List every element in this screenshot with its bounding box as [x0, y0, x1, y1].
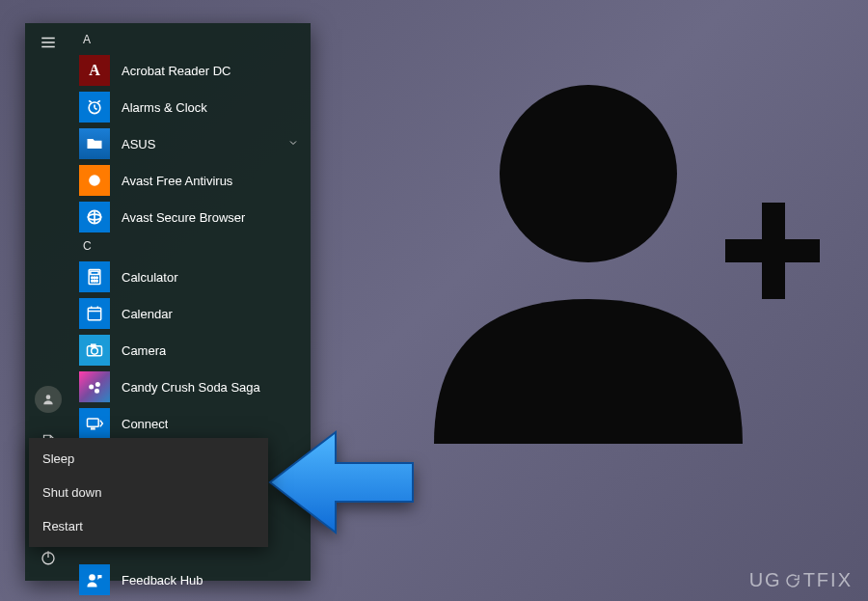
app-label: Connect — [122, 417, 168, 431]
annotation-arrow-icon — [258, 415, 422, 550]
svg-point-14 — [89, 175, 100, 186]
svg-point-38 — [89, 574, 95, 581]
calendar-icon — [79, 298, 110, 329]
acrobat-icon: A — [79, 55, 110, 86]
section-header-A[interactable]: A — [73, 29, 307, 52]
chevron-down-icon — [287, 135, 299, 152]
power-restart[interactable]: Restart — [29, 509, 268, 543]
app-item-alarms[interactable]: Alarms & Clock — [73, 89, 307, 125]
watermark-right: TFIX — [803, 569, 853, 591]
power-shutdown[interactable]: Shut down — [29, 476, 268, 509]
app-label: Alarms & Clock — [122, 100, 207, 115]
svg-rect-37 — [92, 428, 95, 429]
app-item-calendar[interactable]: Calendar — [73, 295, 307, 332]
watermark: UG TFIX — [749, 569, 853, 591]
candy-crush-icon — [79, 371, 110, 402]
svg-point-35 — [95, 389, 99, 394]
svg-point-34 — [95, 382, 100, 387]
svg-point-22 — [96, 277, 98, 279]
app-item-avast-browser[interactable]: Avast Secure Browser — [73, 199, 307, 235]
app-item-asus[interactable]: ASUS — [73, 125, 307, 162]
svg-point-23 — [92, 280, 94, 282]
svg-point-20 — [92, 277, 94, 279]
app-item-calculator[interactable]: Calculator — [73, 259, 307, 295]
svg-rect-26 — [88, 308, 100, 320]
power-icon[interactable] — [39, 548, 58, 567]
app-label: Calculator — [122, 270, 178, 285]
svg-point-24 — [94, 280, 95, 282]
svg-rect-36 — [88, 419, 99, 426]
add-user-illustration — [395, 58, 820, 463]
hamburger-icon[interactable] — [39, 33, 58, 52]
app-label: Feedback Hub — [122, 573, 203, 587]
watermark-refresh-icon — [783, 572, 802, 589]
asus-folder-icon — [79, 128, 110, 159]
avast-browser-icon — [79, 202, 110, 232]
app-item-acrobat[interactable]: A Acrobat Reader DC — [73, 52, 307, 89]
alarms-icon — [79, 92, 110, 123]
svg-line-11 — [95, 108, 97, 110]
svg-point-31 — [92, 348, 98, 355]
svg-point-21 — [94, 277, 95, 279]
svg-line-13 — [97, 100, 100, 102]
app-label: Avast Free Antivirus — [122, 174, 232, 188]
app-label: ASUS — [122, 137, 155, 151]
svg-rect-19 — [91, 271, 98, 274]
connect-icon — [79, 408, 110, 439]
app-label: Calendar — [122, 307, 173, 321]
app-item-avast-free[interactable]: Avast Free Antivirus — [73, 162, 307, 199]
feedback-hub-icon — [79, 564, 110, 595]
app-label: Camera — [122, 343, 166, 358]
svg-point-0 — [500, 85, 677, 262]
power-sleep[interactable]: Sleep — [29, 442, 268, 476]
section-header-C[interactable]: C — [73, 235, 307, 259]
svg-point-6 — [46, 395, 51, 399]
power-context-menu: Sleep Shut down Restart — [29, 438, 268, 547]
watermark-left: UG — [749, 569, 782, 591]
camera-icon — [79, 335, 110, 366]
svg-line-12 — [89, 100, 92, 102]
app-item-camera[interactable]: Camera — [73, 332, 307, 369]
app-item-feedback[interactable]: Feedback Hub — [73, 561, 307, 598]
svg-rect-2 — [725, 239, 820, 262]
svg-point-33 — [89, 385, 94, 390]
user-account-icon[interactable] — [35, 386, 62, 413]
calculator-icon — [79, 261, 110, 292]
svg-point-25 — [96, 280, 98, 282]
avast-icon — [79, 165, 110, 196]
app-label: Acrobat Reader DC — [122, 64, 231, 78]
app-label: Candy Crush Soda Saga — [122, 380, 260, 395]
app-label: Avast Secure Browser — [122, 210, 245, 225]
app-item-candy[interactable]: Candy Crush Soda Saga — [73, 369, 307, 405]
